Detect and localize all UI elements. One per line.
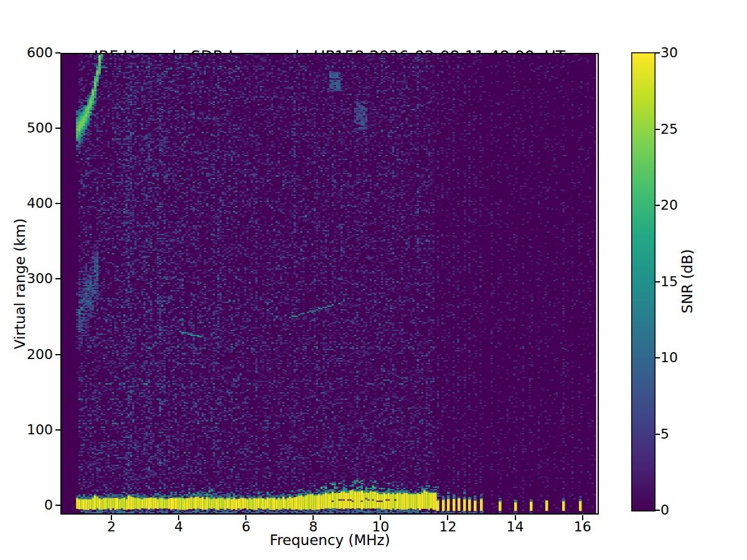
y-tick-mark <box>55 429 60 431</box>
y-tick-mark <box>55 505 60 506</box>
colorbar-tick-label: 10 <box>660 350 695 366</box>
ionogram-heatmap <box>60 53 599 515</box>
x-tick-label: 16 <box>561 519 604 535</box>
colorbar-tick-mark <box>655 281 660 282</box>
colorbar-tick-mark <box>655 510 660 511</box>
colorbar-gradient <box>631 52 655 511</box>
colorbar-tick-label: 25 <box>660 121 695 138</box>
colorbar-tick-label: 5 <box>660 426 695 442</box>
y-tick-mark <box>55 354 60 355</box>
colorbar-tick-label: 20 <box>660 197 695 213</box>
x-tick-label: 4 <box>157 519 200 535</box>
y-axis-label: Virtual range (km) <box>12 218 28 349</box>
x-axis-label: Frequency (MHz) <box>205 532 454 548</box>
y-tick-label: 100 <box>16 422 53 438</box>
y-tick-label: 600 <box>16 45 53 61</box>
y-tick-mark <box>55 203 60 204</box>
figure-page: { "title": { "line1": "IRF Uppsala SDR I… <box>0 0 747 560</box>
colorbar-tick-label: 0 <box>660 502 695 518</box>
colorbar-tick-mark <box>655 357 660 358</box>
colorbar-tick-label: 30 <box>660 45 695 61</box>
y-tick-mark <box>55 52 60 54</box>
y-tick-label: 0 <box>16 497 53 513</box>
colorbar-tick-mark <box>655 205 660 206</box>
y-tick-mark <box>55 128 60 129</box>
x-tick-label: 2 <box>90 519 133 535</box>
colorbar-label: SNR (dB) <box>679 249 695 313</box>
colorbar-tick-mark <box>655 129 660 130</box>
x-tick-label: 14 <box>494 519 537 535</box>
colorbar-tick-mark <box>655 434 660 435</box>
y-tick-mark <box>55 278 60 279</box>
y-tick-label: 400 <box>16 195 53 212</box>
colorbar-tick-mark <box>655 52 660 54</box>
y-tick-label: 500 <box>16 120 53 136</box>
